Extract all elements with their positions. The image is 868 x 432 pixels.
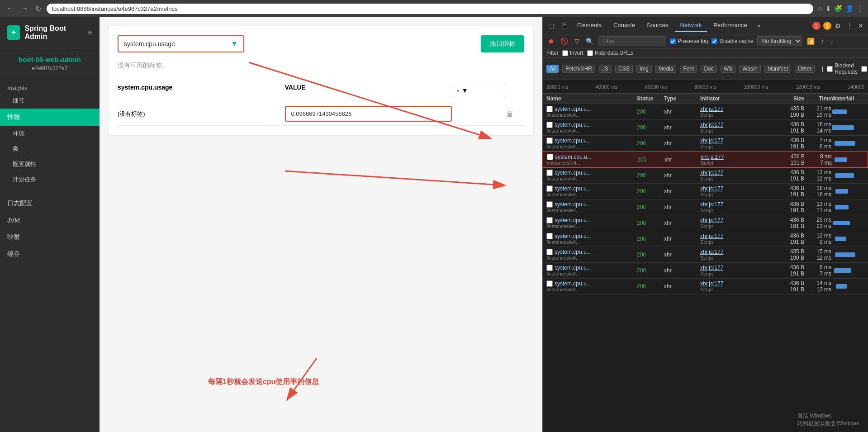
filter-tag-media[interactable]: Media bbox=[655, 65, 677, 73]
network-row[interactable]: system.cpu.u... /instances/e4... 200 xhr… bbox=[543, 263, 868, 279]
row-checkbox[interactable] bbox=[546, 265, 553, 271]
sidebar-item-env[interactable]: 环境 bbox=[0, 126, 100, 141]
invert-check[interactable] bbox=[562, 50, 568, 56]
import-icon[interactable]: ↑ bbox=[820, 36, 825, 46]
filter-input[interactable] bbox=[598, 36, 666, 46]
back-button[interactable]: ← bbox=[5, 3, 15, 14]
record-button[interactable]: ⏺ bbox=[546, 36, 555, 46]
tab-network[interactable]: Network bbox=[675, 19, 707, 32]
add-metric-button[interactable]: 添加指标 bbox=[481, 35, 524, 52]
row-checkbox[interactable] bbox=[546, 217, 553, 223]
sidebar-item-config[interactable]: 配置属性 bbox=[0, 157, 100, 172]
row-initiator-link[interactable]: xhr.js:177 bbox=[700, 170, 768, 176]
tab-elements[interactable]: Elements bbox=[572, 19, 607, 32]
network-row[interactable]: system.cpu.u... /instances/e4... 200 xhr… bbox=[543, 120, 868, 136]
sidebar-item-mapping[interactable]: 映射 bbox=[0, 228, 100, 246]
more-tabs-button[interactable]: » bbox=[754, 19, 764, 32]
refresh-button[interactable]: ↻ bbox=[33, 3, 43, 15]
filter-tag-ws[interactable]: WS bbox=[721, 65, 735, 73]
hide-data-urls-check[interactable] bbox=[587, 50, 593, 56]
menu-icon[interactable]: ⋮ bbox=[857, 5, 863, 13]
more-options-icon[interactable]: ⋮ bbox=[844, 20, 854, 31]
throttle-select[interactable]: No throttling bbox=[757, 36, 802, 46]
tab-performance[interactable]: Performance bbox=[708, 19, 752, 32]
disable-cache-check[interactable] bbox=[711, 38, 717, 44]
row-initiator-link[interactable]: xhr.js:177 bbox=[700, 122, 768, 128]
row-checkbox[interactable] bbox=[546, 170, 553, 176]
star-icon[interactable]: ☆ bbox=[817, 5, 823, 13]
row-checkbox[interactable] bbox=[546, 106, 553, 112]
network-row[interactable]: system.cpu.u... /instances/e4... 200 xhr… bbox=[543, 279, 868, 294]
hide-data-urls-checkbox[interactable]: Hide data URLs bbox=[587, 50, 633, 56]
row-checkbox[interactable] bbox=[546, 122, 553, 128]
row-initiator-link[interactable]: xhr.js:177 bbox=[700, 217, 768, 223]
invert-checkbox[interactable]: Invert bbox=[562, 50, 583, 56]
row-checkbox[interactable] bbox=[546, 138, 553, 144]
row-initiator-link[interactable]: xhr.js:177 bbox=[700, 280, 768, 287]
preserve-log-checkbox[interactable]: Preserve log bbox=[670, 38, 708, 44]
row-checkbox[interactable] bbox=[546, 249, 553, 255]
address-bar[interactable]: localhost:8888/instances/e4e987c327a2/me… bbox=[47, 4, 813, 14]
clear-button[interactable]: 🚫 bbox=[559, 36, 569, 46]
value-filter-dropdown[interactable]: - ▼ bbox=[452, 84, 506, 97]
export-icon[interactable]: ↓ bbox=[829, 36, 835, 46]
network-row[interactable]: system.cpu.u... /instances/e4... 200 xhr… bbox=[543, 168, 868, 184]
network-row[interactable]: system.cpu.u... /instances/e4... 200 xhr… bbox=[543, 136, 868, 152]
sidebar-menu-button[interactable]: ≡ bbox=[87, 28, 92, 38]
row-initiator-link[interactable]: xhr.js:177 bbox=[700, 249, 768, 255]
filter-tag-fetch[interactable]: Fetch/XHR bbox=[562, 65, 595, 73]
tab-sources[interactable]: Sources bbox=[641, 19, 674, 32]
blocked-requests-checkbox[interactable]: Blocked Requests bbox=[827, 62, 858, 75]
sidebar-item-performance[interactable]: 性能 bbox=[0, 109, 100, 126]
network-row[interactable]: system.cpu.u... /instances/e4... 200 xhr… bbox=[543, 152, 868, 168]
network-row[interactable]: system.cpu.u... /instances/e4... 200 xhr… bbox=[543, 104, 868, 120]
row-initiator-link[interactable]: xhr.js:177 bbox=[700, 201, 768, 208]
row-initiator-link[interactable]: xhr.js:177 bbox=[700, 233, 768, 239]
profile-icon[interactable]: 👤 bbox=[845, 5, 854, 13]
extension-icon[interactable]: 🧩 bbox=[834, 5, 843, 13]
row-initiator-link[interactable]: xhr.js:177 bbox=[700, 185, 768, 192]
row-initiator-link[interactable]: xhr.js:177 bbox=[700, 265, 768, 271]
wifi-icon[interactable]: 📶 bbox=[806, 36, 816, 46]
search-icon[interactable]: 🔍 bbox=[584, 36, 595, 46]
row-initiator-link[interactable]: xhr.js:177 bbox=[700, 106, 768, 112]
row-initiator-link[interactable]: xhr.js:177 bbox=[700, 138, 768, 144]
delete-metric-button[interactable]: 🗑 bbox=[506, 110, 524, 118]
filter-tag-all[interactable]: All bbox=[546, 65, 559, 73]
filter-tag-manifest[interactable]: Manifest bbox=[764, 65, 791, 73]
row-checkbox[interactable] bbox=[547, 154, 553, 160]
devtools-device-icon[interactable]: 📱 bbox=[558, 20, 571, 31]
filter-icon[interactable]: ▽ bbox=[573, 36, 581, 46]
network-row[interactable]: system.cpu.u... /instances/e4... 200 xhr… bbox=[543, 231, 868, 247]
sidebar-item-class[interactable]: 类 bbox=[0, 141, 100, 157]
third-party-check[interactable] bbox=[861, 66, 867, 72]
row-checkbox[interactable] bbox=[546, 185, 553, 192]
settings-icon[interactable]: ⚙ bbox=[833, 20, 843, 31]
devtools-inspect-icon[interactable]: ⬚ bbox=[545, 20, 557, 31]
sidebar-item-detail[interactable]: 细节 bbox=[0, 93, 100, 109]
third-party-checkbox[interactable]: 3rd-party requests bbox=[861, 59, 868, 78]
filter-tag-wasm[interactable]: Wasm bbox=[739, 65, 761, 73]
close-devtools-icon[interactable]: ✕ bbox=[856, 20, 865, 31]
filter-tag-font[interactable]: Font bbox=[680, 65, 697, 73]
network-row[interactable]: system.cpu.u... /instances/e4... 200 xhr… bbox=[543, 199, 868, 215]
download-icon[interactable]: ⬇ bbox=[825, 5, 831, 13]
blocked-requests-check[interactable] bbox=[827, 66, 833, 72]
metric-select-dropdown[interactable]: system.cpu.usage ▼ bbox=[118, 35, 244, 52]
sidebar-item-jvm[interactable]: JVM bbox=[0, 212, 100, 228]
filter-tag-doc[interactable]: Doc bbox=[701, 65, 716, 73]
filter-tag-img[interactable]: Img bbox=[636, 65, 652, 73]
row-checkbox[interactable] bbox=[546, 280, 553, 287]
sidebar-item-cache[interactable]: 缓存 bbox=[0, 246, 100, 263]
filter-tag-css[interactable]: CSS bbox=[615, 65, 633, 73]
network-row[interactable]: system.cpu.u... /instances/e4... 200 xhr… bbox=[543, 247, 868, 263]
filter-tag-other[interactable]: Other bbox=[795, 65, 815, 73]
filter-tag-js[interactable]: JS bbox=[599, 65, 612, 73]
network-row[interactable]: system.cpu.u... /instances/e4... 200 xhr… bbox=[543, 215, 868, 231]
sidebar-item-logging[interactable]: 日志配置 bbox=[0, 195, 100, 212]
tab-console[interactable]: Console bbox=[608, 19, 640, 32]
network-row[interactable]: system.cpu.u... /instances/e4... 200 xhr… bbox=[543, 184, 868, 199]
sidebar-item-tasks[interactable]: 计划任务 bbox=[0, 172, 100, 187]
disable-cache-checkbox[interactable]: Disable cache bbox=[711, 38, 753, 44]
preserve-log-check[interactable] bbox=[670, 38, 676, 44]
